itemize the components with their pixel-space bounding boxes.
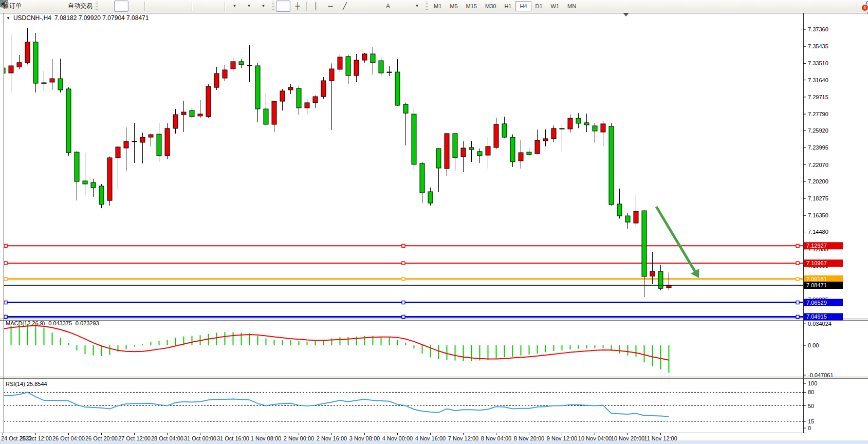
hline-handle[interactable] <box>402 278 405 281</box>
accounts-button[interactable] <box>38 1 52 12</box>
text-icon: A <box>386 3 390 9</box>
dropdown-caret: ▼ <box>262 4 266 8</box>
timeframe-button-w1[interactable]: W1 <box>547 1 564 11</box>
arrows-button[interactable]: ▼ <box>410 1 424 12</box>
chart-window-background <box>0 12 868 444</box>
price-tick: 7.35435 <box>808 43 828 49</box>
rsi-tick: 80 <box>808 389 814 395</box>
dropdown-caret: ▼ <box>247 4 251 8</box>
price-tick: 7.29715 <box>808 94 828 100</box>
periods-button[interactable]: ▼ <box>242 1 256 12</box>
hline-handle[interactable] <box>796 301 799 304</box>
horizontal-line-button[interactable]: ─ <box>323 1 338 12</box>
timeframe-button-d1[interactable]: D1 <box>531 1 547 11</box>
arrows-icon <box>0 0 7 7</box>
hline-handle[interactable] <box>4 301 7 304</box>
hline-handle[interactable] <box>402 244 405 247</box>
trendline-button[interactable]: ╱ <box>338 1 352 12</box>
text-button[interactable]: A <box>381 1 395 12</box>
timeframe-button-m30[interactable]: M30 <box>481 1 500 11</box>
macd-label: MACD(12,26,9) -0.043375 -0.023293 <box>6 320 99 326</box>
pane-separator-price-macd[interactable] <box>0 319 868 320</box>
window-bottom-edge <box>0 440 868 444</box>
macd-tick: 0.034024 <box>808 321 832 327</box>
price-tick: 7.33510 <box>808 60 828 66</box>
timeframe-button-h4[interactable]: H4 <box>515 1 531 11</box>
hline-handle[interactable] <box>4 315 7 318</box>
toolbar-separator <box>192 2 193 11</box>
chart-header: ▼ USDCNH-,H4 7.08182 7.09920 7.07904 7.0… <box>6 14 149 22</box>
chart-canvas[interactable]: MACD(12,26,9) -0.043375 -0.023293RSI(14)… <box>0 0 868 444</box>
trendline-icon: ╱ <box>343 3 347 9</box>
timeframe-button-m15[interactable]: M15 <box>462 1 481 11</box>
indicators-button[interactable]: ▼ <box>227 1 242 12</box>
timeframe-button-mn[interactable]: MN <box>563 1 580 11</box>
hline-handle[interactable] <box>4 262 7 265</box>
fibonacci-button[interactable]: F <box>366 1 381 12</box>
hline-handle[interactable] <box>402 301 405 304</box>
toolbar-separator <box>306 2 307 11</box>
signal-button[interactable] <box>52 1 66 12</box>
toolbar-grip[interactable] <box>272 2 274 11</box>
chart-ohlc-readout: 7.08182 7.09920 7.07904 7.08471 <box>54 14 149 22</box>
auto-scroll-button[interactable] <box>194 1 209 12</box>
candle-chart-button[interactable] <box>114 1 128 12</box>
chart-shift-button[interactable] <box>209 1 223 12</box>
price-tick: 7.27790 <box>808 111 828 117</box>
dropdown-caret: ▼ <box>415 4 419 8</box>
rsi-label: RSI(14) 25.8544 <box>6 381 47 387</box>
svg-text:7.12927: 7.12927 <box>806 243 827 249</box>
hline-handle[interactable] <box>4 244 7 247</box>
bar-chart-button[interactable] <box>100 1 114 12</box>
pane-separator-macd-rsi[interactable] <box>0 377 868 378</box>
toolbar-separator <box>225 2 226 11</box>
toolbar-grip[interactable] <box>96 2 98 11</box>
price-tick: 7.31640 <box>808 77 828 83</box>
zoom-in-button[interactable] <box>147 1 161 12</box>
toolbar-grip[interactable] <box>426 2 428 11</box>
one-click-toggle-icon[interactable]: ▼ <box>6 16 10 21</box>
wallet-button[interactable] <box>23 1 38 12</box>
timeframe-button-h1[interactable]: H1 <box>500 1 515 11</box>
hline-handle[interactable] <box>796 244 799 247</box>
chart-symbol-period: USDCNH-,H4 <box>13 14 51 22</box>
hline-handle[interactable] <box>402 262 405 265</box>
timeframe-button-m5[interactable]: M5 <box>446 1 461 11</box>
autotrade-button[interactable]: 自动交易 <box>66 1 94 12</box>
hline-handle[interactable] <box>796 315 799 318</box>
hline-handle[interactable] <box>796 262 799 265</box>
main-toolbar: 新订单 自动交易 <box>0 0 868 12</box>
svg-text:7.08471: 7.08471 <box>806 282 827 288</box>
svg-text:7.06529: 7.06529 <box>806 300 827 306</box>
price-tick: 7.16350 <box>808 212 828 218</box>
rsi-tick: 100 <box>808 380 817 386</box>
crosshair-icon: ┼ <box>295 3 300 9</box>
vertical-line-button[interactable]: │ <box>309 1 323 12</box>
price-tick: 7.25920 <box>808 127 828 134</box>
timeframe-button-m1[interactable]: M1 <box>430 1 446 11</box>
vertical-line-icon: │ <box>314 3 318 9</box>
price-tick: 7.18275 <box>808 195 828 201</box>
channel-button[interactable]: E <box>352 1 366 12</box>
cursor-button[interactable] <box>276 1 290 12</box>
svg-text:7.10967: 7.10967 <box>806 260 827 266</box>
zoom-out-button[interactable] <box>161 1 176 12</box>
macd-tick: -0.047061 <box>808 372 834 378</box>
hline-handle[interactable] <box>4 278 7 281</box>
autotrade-label: 自动交易 <box>68 2 93 10</box>
dropdown-caret: ▼ <box>233 4 237 8</box>
templates-button[interactable]: ▼ <box>256 1 270 12</box>
toolbar-separator <box>144 2 145 11</box>
text-label-button[interactable]: T <box>395 1 410 12</box>
timeframe-toolbar: M1M5M15M30H1H4D1W1MN <box>430 1 580 11</box>
hline-handle[interactable] <box>796 278 799 281</box>
price-tick: 7.20200 <box>808 178 828 184</box>
line-chart-button[interactable] <box>128 1 143 12</box>
price-tick: 7.23995 <box>808 144 828 151</box>
tile-windows-button[interactable] <box>176 1 190 12</box>
crosshair-button[interactable]: ┼ <box>290 1 305 12</box>
rsi-tick: 15 <box>808 418 814 424</box>
hline-handle[interactable] <box>402 315 405 318</box>
price-tick: 7.22070 <box>808 162 828 168</box>
rsi-tick: 0 <box>808 425 811 431</box>
